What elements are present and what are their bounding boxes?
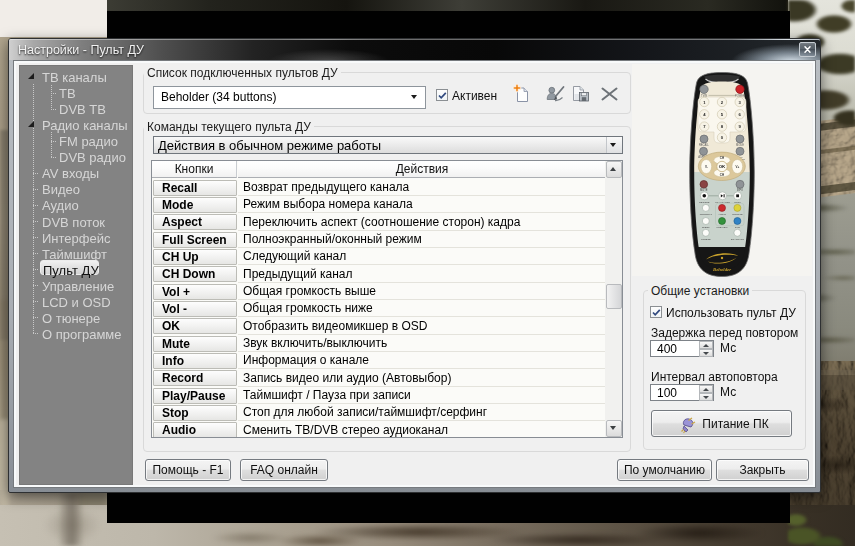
svg-text:RECALL: RECALL bbox=[699, 143, 710, 147]
svg-text:DVB: DVB bbox=[735, 226, 740, 229]
svg-text:SOURCE: SOURCE bbox=[732, 213, 743, 216]
svg-text:CH: CH bbox=[720, 173, 724, 177]
svg-text:OK: OK bbox=[719, 164, 726, 169]
svg-text:CH: CH bbox=[720, 156, 724, 160]
svg-text:MUTE: MUTE bbox=[700, 188, 708, 192]
svg-text:PREVIEW: PREVIEW bbox=[716, 226, 728, 229]
svg-text:SNAPSHOT: SNAPSHOT bbox=[731, 238, 745, 241]
svg-text:AUDIO: AUDIO bbox=[718, 213, 726, 216]
svg-text:INFO: INFO bbox=[737, 188, 743, 192]
svg-text:RECORD: RECORD bbox=[699, 201, 710, 204]
svg-text:MODE: MODE bbox=[736, 143, 744, 147]
svg-text:FREEZE: FREEZE bbox=[701, 238, 711, 241]
svg-text:V+: V+ bbox=[735, 165, 739, 169]
svg-text:TELETEXT: TELETEXT bbox=[700, 213, 713, 216]
svg-text:Beholder: Beholder bbox=[712, 267, 731, 272]
svg-text:SLEEP: SLEEP bbox=[702, 226, 710, 229]
svg-text:V-: V- bbox=[705, 165, 708, 169]
